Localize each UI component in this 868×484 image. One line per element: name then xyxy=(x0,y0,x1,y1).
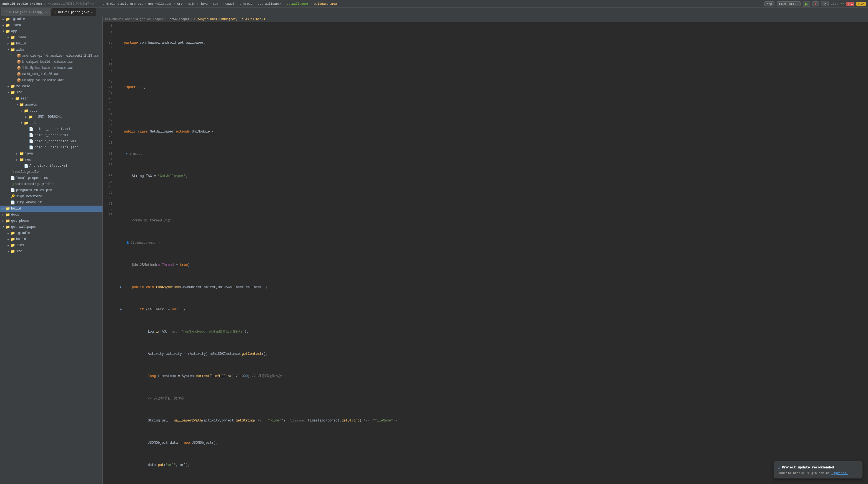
java-icon: ☕ xyxy=(55,10,56,14)
folder-icon: 📁 xyxy=(5,225,10,229)
folder-icon: 📁 xyxy=(10,41,15,46)
sidebar-item-main[interactable]: ▼ 📁 main xyxy=(0,96,102,102)
close-build-gradle-btn[interactable]: ✕ xyxy=(45,10,47,14)
sidebar-item-gw-libs[interactable]: ▶ 📁 libs xyxy=(0,242,102,248)
aar-icon: 📦 xyxy=(17,66,21,70)
sidebar-item-outputconfig[interactable]: ⬡ outputconfig.gradle xyxy=(0,181,102,187)
app-dropdown-btn[interactable]: app xyxy=(765,1,774,6)
code-line-1: package com.huawei.android.get_wallpaper… xyxy=(118,40,868,46)
sidebar-item-gif-aar[interactable]: 📦 android-gif-drawable-release@1.2.23.aa… xyxy=(0,53,102,59)
sidebar-item-local-props[interactable]: 📄 local.properties xyxy=(0,175,102,181)
gradle-icon: ⬡ xyxy=(5,10,7,14)
code-line-40: @UniJSMethod(uiThread = true) xyxy=(118,262,868,268)
code-content[interactable]: package com.huawei.android.get_wallpaper… xyxy=(116,22,868,484)
sidebar-item-app[interactable]: ▼ 📁 app xyxy=(0,28,102,34)
sidebar-item-dcloud-uni[interactable]: 📄 dcloud_uniplugins.json xyxy=(0,145,102,151)
code-line-45: long timestamp = System.currentTimeMilli… xyxy=(118,373,868,379)
sidebar-item-gw-gradle[interactable]: ▶ 📁 .gradle xyxy=(0,230,102,236)
sidebar-item-uni[interactable]: ▶ 📁 __UNI__D0B9C41 xyxy=(0,114,102,120)
warn-badge[interactable]: ⚠ 34 xyxy=(856,2,866,6)
code-editor[interactable]: 1 2 3 35 36 37 38 39 40 41 42 43 44 45 4… xyxy=(103,22,868,484)
run-button[interactable]: ▶ xyxy=(803,1,810,7)
sidebar-item-breakpad-aar[interactable]: 📦 breakpad-build-release.aar xyxy=(0,59,102,65)
breadcrumb-getwallpaper-class[interactable]: GetWallpaper xyxy=(286,2,309,5)
breadcrumb-android[interactable]: android xyxy=(240,2,252,5)
notification-popup: ℹ Project update recommended Android Gra… xyxy=(774,461,863,479)
sidebar-item-res[interactable]: ▶ 📁 res xyxy=(0,157,102,163)
folder-icon: 📁 xyxy=(5,23,10,28)
info-icon: ℹ xyxy=(778,465,780,470)
sidebar-item-build-selected[interactable]: ▶ 📁 build xyxy=(0,206,102,212)
tab-getwallpaper[interactable]: ☕ GetWallpaper.java ✕ xyxy=(51,8,96,16)
project-label[interactable]: android-studio-project xyxy=(2,2,42,5)
sidebar-item-app-build[interactable]: ▶ 📁 build xyxy=(0,40,102,47)
breadcrumb-java[interactable]: java xyxy=(200,2,208,5)
code-line-47: String url = wallpaper2Path(activity,obj… xyxy=(118,418,868,423)
gradle-icon: ⬡ xyxy=(10,170,13,174)
sidebar-item-idea[interactable]: ▶ 📁 .idea xyxy=(0,22,102,28)
sidebar-item-build-gradle[interactable]: ⬡ build.gradle xyxy=(0,169,102,175)
props-icon: 📄 xyxy=(10,188,15,192)
sidebar-item-dcloud-props[interactable]: 📄 dcloud_properties.xml xyxy=(0,139,102,145)
aar-icon: 📦 xyxy=(17,54,21,58)
sidebar-item-uniapp-aar[interactable]: 📦 uniapp-v8-release.aar xyxy=(0,77,102,83)
aar-icon: 📦 xyxy=(17,60,21,64)
sidebar-item-gw-src[interactable]: ▼ 📁 src xyxy=(0,248,102,254)
breadcrumb-src[interactable]: src xyxy=(177,2,183,5)
sidebar-item-docs[interactable]: ▶ 📁 docs xyxy=(0,212,102,218)
sidebar-item-apps[interactable]: ▶ 📁 apps xyxy=(0,108,102,114)
sidebar-item-app-idea[interactable]: ▶ 📁 .idea xyxy=(0,34,102,40)
error-badge[interactable]: ⚠ 1 xyxy=(846,2,854,6)
folder-icon: 📁 xyxy=(10,231,15,235)
breadcrumb-wallpaper2path[interactable]: wallpaper2Path xyxy=(314,2,339,5)
sidebar-item-get-phone[interactable]: ▶ 📁 get_phone xyxy=(0,218,102,224)
sidebar-item-dcloud-error[interactable]: 📄 dcloud_error.html xyxy=(0,132,102,139)
breadcrumb-android-studio[interactable]: android-studio-project xyxy=(103,2,143,5)
usage-icon-1: ▶ xyxy=(126,151,128,157)
sidebar-item-src[interactable]: ▼ 📁 src xyxy=(0,89,102,96)
sidebar-item-oaid-aar[interactable]: 📦 oaid_sdk_1.0.25.aar xyxy=(0,71,102,77)
code-line-2 xyxy=(118,62,868,68)
breadcrumb-getwallpaper-folder[interactable]: get_wallpaper xyxy=(258,2,282,5)
sidebar-item-release[interactable]: ▶ 📁 release xyxy=(0,83,102,89)
stop-button[interactable]: ■ xyxy=(812,1,819,6)
folder-icon: 📁 xyxy=(10,90,15,95)
sidebar-item-lib5plus-aar[interactable]: 📦 lib.5plus.base-release.aar xyxy=(0,65,102,71)
code-line-46: // 传递目录名、文件名 xyxy=(118,396,868,401)
sidebar: ▶ 📁 .gradle ▶ 📁 .idea ▼ 📁 app ▶ 📁 .idea … xyxy=(0,16,103,484)
sidebar-item-assets[interactable]: ▼ 📁 assets xyxy=(0,102,102,108)
notification-title: Project update recommended xyxy=(782,466,834,470)
sidebar-item-java[interactable]: ▶ 📁 java xyxy=(0,151,102,157)
folder-icon: 📁 xyxy=(20,102,24,107)
close-getwallpaper-btn[interactable]: ✕ xyxy=(91,10,93,14)
breadcrumb-main[interactable]: main xyxy=(188,2,195,5)
keystore-icon: 🔑 xyxy=(10,194,15,199)
iml-icon: 📄 xyxy=(10,200,15,205)
sync-button[interactable]: ⟳ xyxy=(821,1,829,6)
xml-icon: 📄 xyxy=(29,139,33,144)
device-dropdown-btn[interactable]: Pixel 6 API 29 xyxy=(777,1,801,6)
tab-label-getwallpaper: GetWallpaper.java xyxy=(58,10,89,14)
xml-icon: 📄 xyxy=(24,164,28,168)
code-line-3: import ...; xyxy=(118,85,868,90)
sidebar-item-gradle[interactable]: ▶ 📁 .gradle xyxy=(0,16,102,22)
sidebar-item-dcloud-control[interactable]: 📄 dcloud_control.xml xyxy=(0,126,102,132)
tab-build-gradle[interactable]: ⬡ build.gradle (:app) ✕ xyxy=(1,8,51,16)
sidebar-item-gw-build[interactable]: ▶ 📁 build xyxy=(0,236,102,242)
sidebar-item-data[interactable]: ▼ 📁 data xyxy=(0,120,102,126)
code-line-35 xyxy=(118,107,868,112)
code-line-44: Activity activity = (Activity) mUniSDKIn… xyxy=(118,351,868,357)
sidebar-item-iml[interactable]: 📄 simpleDemo.iml xyxy=(0,200,102,206)
breadcrumb-huawei[interactable]: huawei xyxy=(223,2,235,5)
sidebar-item-manifest[interactable]: 📄 AndroidManifest.xml xyxy=(0,163,102,169)
folder-icon: 📁 xyxy=(5,206,10,211)
folder-icon: 📁 xyxy=(10,249,15,254)
upgrade-link[interactable]: upgraded. xyxy=(831,472,848,475)
sidebar-item-get-wallpaper[interactable]: ▼ 📁 get_wallpaper xyxy=(0,224,102,230)
code-line-38 xyxy=(118,195,868,201)
sidebar-item-proguard[interactable]: 📄 proguard-rules.pro xyxy=(0,187,102,193)
sidebar-item-keystore[interactable]: 🔑 sign.keystore xyxy=(0,193,102,200)
breadcrumb-get-wallpaper[interactable]: get_wallpaper xyxy=(148,2,172,5)
sidebar-item-app-libs[interactable]: ▼ 📁 libs xyxy=(0,47,102,53)
breadcrumb-com[interactable]: com xyxy=(213,2,218,5)
